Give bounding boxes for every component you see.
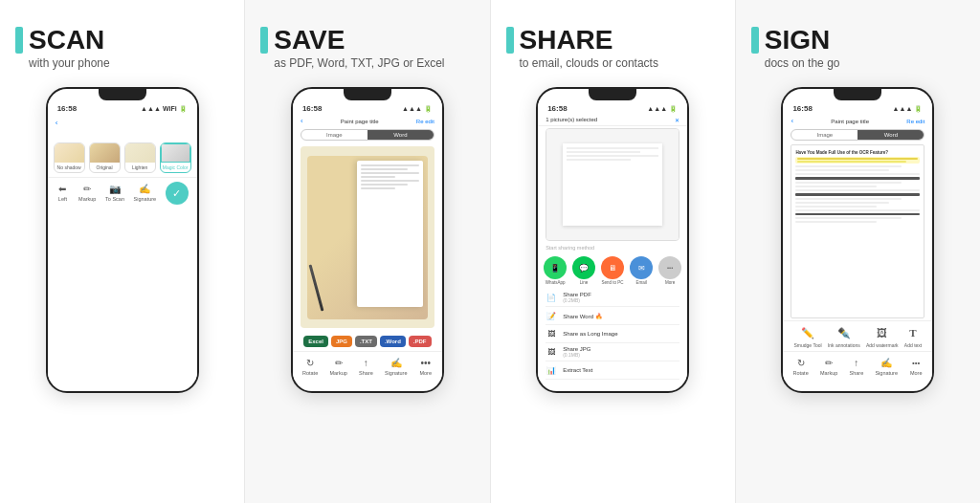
phone-notch-2: [344, 89, 391, 100]
ink-icon: ✒️: [835, 324, 853, 341]
re-edit-btn[interactable]: Re edit: [416, 119, 434, 124]
filter-original[interactable]: Original: [89, 142, 121, 173]
app-whatsapp[interactable]: 📱 WhatsApp: [544, 256, 567, 285]
app-more[interactable]: ••• More: [658, 256, 681, 285]
phone-notch-3: [589, 89, 636, 100]
toolbar-sig-2[interactable]: ✍ Signature: [385, 356, 408, 376]
sign-tab-word[interactable]: Word: [858, 130, 924, 140]
share-doc-preview: [546, 128, 679, 241]
sign-doc-area: Have You Made Full Use of the OCR Featur…: [791, 144, 924, 318]
format-pdf[interactable]: .PDF: [409, 336, 432, 347]
share-title: SHARE: [506, 27, 720, 54]
format-jpg[interactable]: JPG: [331, 336, 352, 347]
back-btn[interactable]: ‹: [301, 117, 303, 125]
toolbar-markup-2[interactable]: ✏ Markup: [329, 356, 346, 376]
tool-watermark[interactable]: 🖼 Add watermark: [866, 324, 899, 348]
addtext-icon: T: [904, 324, 922, 341]
more-icon-2: •••: [419, 356, 433, 369]
option-word[interactable]: 📝 Share Word 🔥: [546, 307, 679, 325]
app-sendpc[interactable]: 🖥 Send to PC: [601, 256, 624, 285]
scan-section: SCAN with your phone 16:58 ▲▲▲ WiFi 🔋 ‹: [0, 0, 245, 503]
more-icon-sign: •••: [909, 356, 923, 369]
pen-decoration: [308, 264, 323, 311]
tool-smudge[interactable]: ✏️ Smudge Tool: [793, 324, 821, 348]
word-icon: 📝: [546, 310, 557, 321]
sign-doc-title: Have You Made Full Use of the OCR Featur…: [795, 149, 920, 155]
toolbar-signature[interactable]: ✍ Signature: [134, 182, 157, 205]
share-icon-2: ↑: [359, 356, 372, 369]
sign-tools: ✏️ Smudge Tool ✒️ Ink annotations 🖼 Add …: [783, 320, 932, 351]
share-options: 📄 Share PDF (0.2MB) 📝 Share Word 🔥 🖼 Sha…: [538, 289, 687, 380]
back-arrow[interactable]: ‹: [56, 119, 58, 127]
save-formats: Excel JPG .TXT .Word .PDF: [293, 332, 442, 351]
app-email[interactable]: ✉ Email: [630, 256, 653, 285]
format-txt[interactable]: .TXT: [355, 336, 377, 347]
save-header: SAVE as PDF, Word, TXT, JPG or Excel: [260, 27, 474, 70]
scan-filters: No shadow Original Lighten Magic Color: [48, 139, 197, 177]
tab-word[interactable]: Word: [368, 130, 434, 140]
toolbar-rotate-sign[interactable]: ↻ Rotate: [792, 356, 808, 376]
sign-subtitle: docs on the go: [751, 56, 965, 70]
book-image: [307, 156, 428, 319]
toolbar-share-2[interactable]: ↑ Share: [359, 356, 373, 376]
filter-no-shadow[interactable]: No shadow: [54, 142, 85, 173]
status-bar-3: 16:58 ▲▲▲🔋: [538, 100, 687, 115]
toolbar-markup[interactable]: ✏ Markup: [78, 182, 96, 205]
toolbar-more-2[interactable]: ••• More: [419, 356, 433, 376]
tool-addtext[interactable]: T Add text: [904, 324, 922, 348]
status-bar-4: 16:58 ▲▲▲🔋: [783, 100, 932, 115]
app-line[interactable]: 💬 Line: [572, 256, 595, 285]
share-subtitle: to email, clouds or contacts: [506, 56, 720, 70]
save-subtitle: as PDF, Word, TXT, JPG or Excel: [260, 56, 474, 70]
toolbar-toscan[interactable]: 📷 To Scan: [105, 182, 124, 205]
toolbar-markup-sign[interactable]: ✏ Markup: [820, 356, 837, 376]
sign-re-edit[interactable]: Re edit: [906, 119, 924, 124]
share-header: SHARE to email, clouds or contacts: [506, 27, 720, 70]
sign-tab-image[interactable]: Image: [791, 130, 858, 140]
share-section: SHARE to email, clouds or contacts 16:58…: [491, 0, 736, 503]
option-pdf[interactable]: 📄 Share PDF (0.2MB): [546, 289, 679, 307]
scan-subtitle: with your phone: [15, 56, 229, 70]
sig-icon-sign: ✍: [880, 356, 893, 369]
option-extract[interactable]: 📊 Extract Text: [546, 361, 679, 380]
tool-ink[interactable]: ✒️ Ink annotations: [828, 324, 860, 348]
toolbar-sig-sign[interactable]: ✍ Signature: [875, 356, 898, 376]
phone-notch: [99, 89, 146, 100]
save-tabs: Image Word: [301, 129, 434, 141]
share-screen: 16:58 ▲▲▲🔋 1 picture(s) selected ✕: [538, 100, 687, 380]
filter-lighten[interactable]: Lighten: [124, 142, 156, 173]
save-top-bar: ‹ Paint page title Re edit: [293, 115, 442, 127]
save-section: SAVE as PDF, Word, TXT, JPG or Excel 16:…: [245, 0, 490, 503]
save-doc-area: [301, 146, 434, 328]
tab-image[interactable]: Image: [301, 130, 368, 140]
confirm-checkmark: ✓: [166, 182, 189, 205]
markup-icon: ✏: [80, 182, 94, 195]
share-phone: 16:58 ▲▲▲🔋 1 picture(s) selected ✕: [536, 87, 689, 393]
toolbar-more-sign[interactable]: ••• More: [909, 356, 923, 376]
sign-phone: 16:58 ▲▲▲🔋 ‹ Paint page title Re edit Im…: [781, 87, 934, 393]
toolbar-confirm[interactable]: ✓: [166, 182, 189, 205]
smudge-icon: ✏️: [799, 324, 816, 341]
toolbar-left[interactable]: ⬅ Left: [56, 182, 69, 205]
sign-doc-highlight: [795, 157, 920, 164]
toolbar-rotate[interactable]: ↻ Rotate: [302, 356, 318, 376]
sign-section: SIGN docs on the go 16:58 ▲▲▲🔋 ‹ Paint p…: [736, 0, 980, 503]
watermark-icon: 🖼: [874, 324, 891, 341]
sign-header: SIGN docs on the go: [751, 27, 965, 70]
sign-tabs: Image Word: [791, 129, 924, 141]
scan-title: SCAN: [15, 27, 229, 54]
format-word[interactable]: .Word: [380, 336, 406, 347]
filter-magic-color[interactable]: Magic Color: [160, 142, 191, 173]
share-sharing-label: Start sharing method: [538, 243, 687, 252]
close-btn[interactable]: ✕: [675, 117, 679, 123]
rotate-icon-sign: ↻: [794, 356, 808, 369]
phone-notch-4: [834, 89, 881, 100]
scan-phone: 16:58 ▲▲▲ WiFi 🔋 ‹: [46, 87, 199, 393]
format-excel[interactable]: Excel: [303, 336, 328, 347]
option-jpg[interactable]: 🖼 Share JPG (0.1MB): [546, 343, 679, 361]
status-bar-2: 16:58 ▲▲▲🔋: [293, 100, 442, 115]
sign-accent-bar: [751, 27, 759, 54]
option-longimage[interactable]: 🖼 Share as Long Image: [546, 325, 679, 343]
extract-icon: 📊: [546, 364, 557, 376]
toolbar-share-sign[interactable]: ↑ Share: [850, 356, 864, 376]
